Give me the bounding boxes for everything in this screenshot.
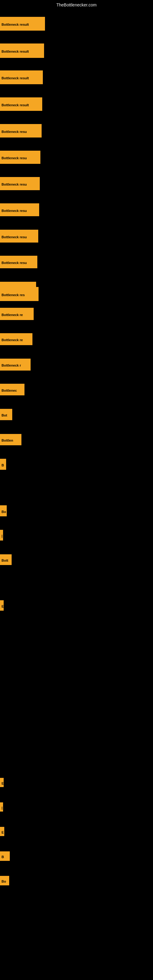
site-title: TheBottlenecker.com	[0, 0, 153, 10]
bottleneck-item-27[interactable]: Bo	[0, 876, 9, 885]
bottleneck-item-4[interactable]: Bottleneck resu	[0, 124, 41, 137]
bottleneck-item-6[interactable]: Bottleneck resu	[0, 177, 40, 190]
bottleneck-item-20[interactable]: |	[0, 530, 3, 541]
bottleneck-item-9[interactable]: Bottleneck resu	[0, 256, 37, 268]
bottleneck-item-25[interactable]: E	[0, 827, 4, 836]
bottleneck-item-11[interactable]: Bottleneck res	[0, 287, 38, 301]
bottleneck-item-7[interactable]: Bottleneck resu	[0, 204, 39, 216]
bottleneck-item-26[interactable]: B	[0, 851, 10, 861]
bottleneck-item-16[interactable]: Bot	[0, 409, 12, 420]
bottleneck-item-0[interactable]: Bottleneck result	[0, 17, 45, 30]
bottleneck-item-23[interactable]: E	[0, 778, 4, 787]
bottleneck-item-17[interactable]: Bottlen	[0, 434, 21, 445]
bottleneck-item-2[interactable]: Bottleneck result	[0, 70, 43, 84]
bottleneck-item-21[interactable]: Bott	[0, 554, 12, 565]
bottleneck-item-3[interactable]: Bottleneck result	[0, 97, 42, 111]
bottleneck-item-24[interactable]: |	[0, 802, 3, 811]
bottleneck-item-15[interactable]: Bottlenec	[0, 384, 24, 395]
bottleneck-item-8[interactable]: Bottleneck resu	[0, 230, 38, 243]
bottleneck-item-1[interactable]: Bottleneck result	[0, 43, 44, 58]
bottleneck-item-13[interactable]: Bottleneck re	[0, 333, 32, 345]
bottleneck-item-5[interactable]: Bottleneck resu	[0, 151, 40, 164]
bottleneck-item-14[interactable]: Bottleneck r	[0, 359, 30, 371]
bottleneck-item-18[interactable]: B	[0, 459, 6, 470]
bottleneck-item-22[interactable]: E	[0, 600, 4, 611]
bottleneck-item-12[interactable]: Bottleneck re	[0, 308, 33, 320]
bottleneck-item-19[interactable]: Bo	[0, 505, 7, 516]
